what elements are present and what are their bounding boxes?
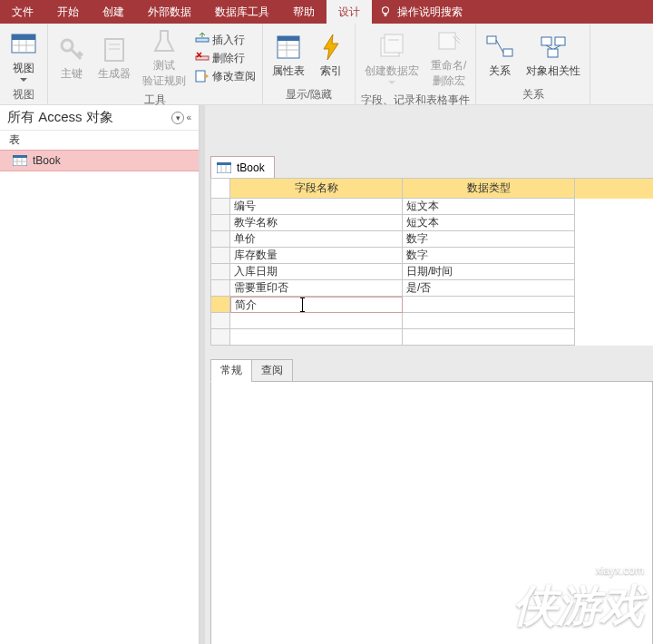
nav-filter-icon[interactable]: ▾ — [171, 112, 184, 124]
row-selector[interactable] — [210, 297, 230, 313]
table-row: 教学名称短文本 — [210, 215, 653, 231]
property-sheet-button[interactable]: 属性表 — [267, 31, 310, 81]
property-area: 常规 查阅 — [210, 359, 653, 644]
data-type-cell[interactable] — [403, 297, 575, 313]
table-icon — [217, 162, 231, 173]
data-type-cell[interactable] — [403, 313, 575, 329]
header-field-name[interactable]: 字段名称 — [230, 179, 403, 199]
data-type-cell[interactable]: 日期/时间 — [403, 264, 575, 280]
indexes-button[interactable]: 索引 — [311, 31, 351, 81]
test-label: 测试 验证规则 — [142, 58, 186, 89]
rename-macro-button[interactable]: 重命名/ 删除宏 — [425, 25, 472, 91]
table-row: 编号短文本 — [210, 199, 653, 215]
svg-rect-28 — [13, 155, 27, 158]
tell-me-search[interactable]: 操作说明搜索 — [372, 5, 470, 20]
table-icon — [13, 155, 27, 166]
data-type-cell[interactable] — [403, 329, 575, 346]
field-name-cell[interactable]: 单价 — [230, 231, 403, 248]
primary-key-button[interactable]: 主键 — [52, 34, 92, 83]
prop-tab-general[interactable]: 常规 — [210, 359, 252, 382]
field-name-cell[interactable]: 入库日期 — [230, 264, 403, 280]
object-tab-label: tBook — [237, 161, 265, 174]
rename-icon — [434, 27, 463, 56]
tab-create[interactable]: 创建 — [91, 0, 136, 24]
field-name-cell[interactable]: 编号 — [230, 199, 403, 215]
splitter[interactable] — [200, 105, 205, 644]
group-label-showhide: 显示/隐藏 — [267, 85, 351, 104]
row-selector[interactable] — [210, 199, 230, 215]
field-name-cell[interactable] — [230, 313, 403, 329]
delete-rows-button[interactable]: 删除行 — [192, 50, 258, 67]
nav-collapse-icon[interactable]: « — [186, 112, 191, 122]
modify-lookup-button[interactable]: 修改查阅 — [192, 68, 258, 85]
svg-rect-22 — [487, 36, 496, 44]
macro-icon — [377, 33, 406, 62]
nav-header[interactable]: 所有 Access 对象 ▾ « — [0, 105, 199, 131]
relationships-button[interactable]: 关系 — [480, 31, 520, 81]
tab-dbtools[interactable]: 数据库工具 — [203, 0, 281, 24]
table-row: 需要重印否是/否 — [210, 280, 653, 297]
nav-section-tables[interactable]: 表 — [0, 131, 199, 150]
modify-lookup-label: 修改查阅 — [212, 69, 256, 84]
data-type-cell[interactable]: 短文本 — [403, 215, 575, 231]
svg-rect-2 — [12, 34, 35, 40]
pk-label: 主键 — [61, 66, 83, 82]
svg-rect-10 — [196, 38, 209, 42]
tab-external[interactable]: 外部数据 — [136, 0, 203, 24]
dependencies-button[interactable]: 对象相关性 — [521, 31, 586, 81]
create-macro-button[interactable]: 创建数据宏 — [359, 31, 424, 86]
data-type-cell[interactable]: 数字 — [403, 248, 575, 264]
row-selector[interactable] — [210, 280, 230, 297]
insert-rows-button[interactable]: 插入行 — [192, 32, 258, 49]
ribbon-group-views: 视图 视图 — [0, 24, 48, 104]
ribbon-tabs: 文件 开始 创建 外部数据 数据库工具 帮助 设计 操作说明搜索 — [0, 0, 653, 24]
row-selector[interactable] — [210, 231, 230, 248]
field-name-cell[interactable]: 教学名称 — [230, 215, 403, 231]
view-button[interactable]: 视图 — [4, 28, 44, 83]
table-row: 单价数字 — [210, 231, 653, 248]
svg-rect-12 — [196, 71, 205, 82]
builder-label: 生成器 — [98, 66, 131, 82]
row-selector[interactable] — [210, 248, 230, 264]
chevron-down-icon — [388, 81, 395, 84]
tab-help[interactable]: 帮助 — [281, 0, 326, 24]
datasheet-icon — [9, 30, 38, 59]
bulb-icon — [379, 5, 392, 18]
property-content[interactable] — [210, 381, 653, 644]
field-name-cell[interactable]: 需要重印否 — [230, 280, 403, 297]
lightning-icon — [317, 33, 346, 62]
tell-me-label: 操作说明搜索 — [397, 5, 463, 20]
grid-header-row: 字段名称 数据类型 — [210, 179, 653, 199]
object-tab-tbook[interactable]: tBook — [210, 156, 275, 178]
tab-design[interactable]: 设计 — [326, 0, 372, 24]
svg-rect-26 — [548, 49, 558, 57]
prop-tab-lookup[interactable]: 查阅 — [251, 359, 293, 382]
field-name-cell[interactable]: 简介 — [230, 297, 403, 313]
builder-button[interactable]: 生成器 — [93, 34, 136, 83]
table-row — [210, 329, 653, 346]
data-type-cell[interactable]: 短文本 — [403, 199, 575, 215]
row-selector[interactable] — [210, 264, 230, 280]
key-icon — [57, 35, 86, 64]
data-type-cell[interactable]: 数字 — [403, 231, 575, 248]
header-data-type[interactable]: 数据类型 — [403, 179, 575, 199]
insert-row-icon — [195, 33, 210, 47]
data-type-cell[interactable]: 是/否 — [403, 280, 575, 297]
nav-item-tbook[interactable]: tBook — [0, 150, 199, 171]
field-name-cell[interactable]: 库存数量 — [230, 248, 403, 264]
select-all-cell[interactable] — [210, 179, 230, 199]
row-selector[interactable] — [210, 329, 230, 346]
test-rules-button[interactable]: 测试 验证规则 — [137, 25, 191, 91]
view-label: 视图 — [13, 61, 34, 76]
table-row: 库存数量数字 — [210, 248, 653, 264]
svg-rect-24 — [541, 37, 551, 45]
chevron-down-icon — [20, 78, 27, 82]
field-name-cell[interactable] — [230, 329, 403, 346]
row-selector[interactable] — [210, 215, 230, 231]
tab-file[interactable]: 文件 — [0, 0, 45, 24]
relationships-label: 关系 — [489, 63, 511, 79]
row-selector[interactable] — [210, 313, 230, 329]
group-label-views: 视图 — [4, 85, 44, 104]
tab-home[interactable]: 开始 — [45, 0, 91, 24]
propsheet-label: 属性表 — [272, 63, 305, 79]
